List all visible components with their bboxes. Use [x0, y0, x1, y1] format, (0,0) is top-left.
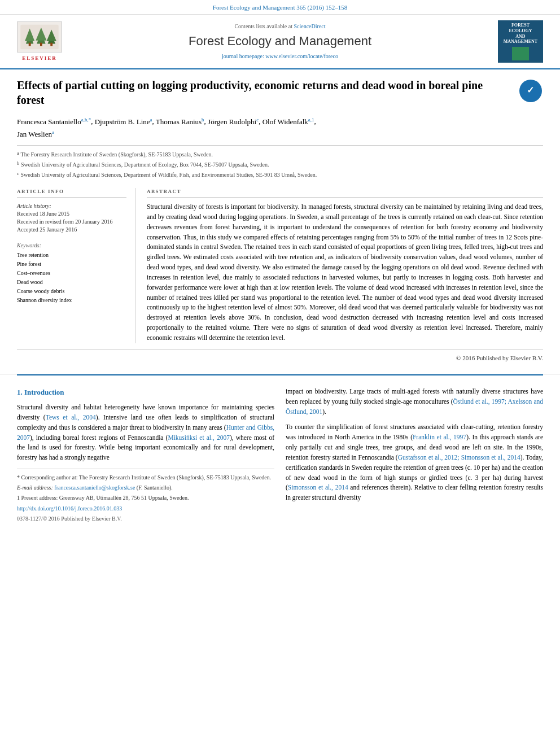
contents-label: Contents lists available at: [234, 23, 292, 29]
article-title-section: Effects of partial cutting on logging pr…: [17, 78, 543, 107]
keywords-label: Keywords:: [17, 242, 126, 250]
affiliation-a: a The Forestry Research Institute of Swe…: [17, 150, 543, 159]
svg-rect-7: [40, 43, 42, 46]
keyword-3: Cost–revenues: [17, 269, 126, 277]
keyword-1: Tree retention: [17, 251, 126, 259]
intro-para-1: Structural diversity and habitat heterog…: [17, 403, 274, 463]
revised-date: Received in revised form 20 January 2016: [17, 218, 126, 226]
logo-tree-image: [512, 47, 529, 61]
email-link[interactable]: francesca.santaniello@skogforsk.se: [54, 484, 135, 491]
crossmark-badge[interactable]: ✓: [518, 78, 543, 103]
logo-title: FORESTECOLOGYANDMANAGEMENT: [504, 23, 537, 44]
affiliation-b: b Swedish University of Agricultural Sci…: [17, 160, 543, 169]
body-two-col: 1. Introduction Structural diversity and…: [17, 387, 543, 523]
cite-ostlund[interactable]: Östlund et al., 1997; Axelsson and Östlu…: [286, 398, 543, 415]
cite-mikusinski[interactable]: Mikusińksi et al., 2007: [168, 434, 229, 441]
author-4: Jörgen Rudolphic: [208, 117, 259, 126]
affil-c-super: c: [17, 171, 19, 180]
svg-rect-10: [50, 43, 53, 46]
intro-para-right-2: To counter the simplification of forest …: [286, 422, 543, 503]
affiliation-c: c Swedish University of Agricultural Sci…: [17, 171, 543, 180]
cite-gustafsson[interactable]: Gustafsson et al., 2012; Simonsson et al…: [398, 454, 520, 461]
author-3: Thomas Raniusb: [156, 117, 204, 126]
author-1: Francesca Santanielloa,b,*: [17, 117, 91, 126]
body-section: 1. Introduction Structural diversity and…: [0, 375, 560, 534]
body-col-right: impact on biodiversity. Large tracts of …: [286, 387, 543, 523]
affil-c-text: Swedish University of Agricultural Scien…: [21, 171, 317, 180]
article-main: Effects of partial cutting on logging pr…: [0, 69, 560, 374]
affiliations-section: a The Forestry Research Institute of Swe…: [17, 145, 543, 180]
cite-franklin[interactable]: Franklin et al., 1997: [413, 434, 466, 440]
journal-header: ELSEVIER Contents lists available at Sci…: [0, 15, 560, 69]
elsevier-wordmark: ELSEVIER: [22, 55, 57, 62]
keywords-section: Keywords: Tree retention Pine forest Cos…: [17, 242, 126, 304]
affil-a-super: a: [17, 150, 19, 159]
abstract-column: ABSTRACT Structural diversity of forests…: [147, 188, 543, 343]
svg-rect-4: [29, 43, 31, 46]
homepage-url[interactable]: www.elsevier.com/locate/foreco: [265, 53, 338, 59]
intro-para-right-1: impact on biodiversity. Large tracts of …: [286, 387, 543, 417]
journal-homepage: journal homepage: www.elsevier.com/locat…: [79, 53, 481, 60]
copyright-line: © 2016 Published by Elsevier B.V.: [17, 349, 543, 362]
accepted-date: Accepted 25 January 2016: [17, 226, 126, 234]
elsevier-logo-section: ELSEVIER: [11, 21, 68, 62]
article-info-header: ARTICLE INFO: [17, 188, 126, 198]
homepage-label: journal homepage:: [222, 53, 264, 59]
affil-b-super: b: [17, 160, 19, 169]
cite-simonsson[interactable]: Simonsson et al., 2014: [288, 484, 348, 491]
doi-link[interactable]: http://dx.doi.org/10.1016/j.foreco.2016.…: [17, 504, 274, 513]
and-conjunction: and: [350, 484, 360, 491]
info-abstract-section: ARTICLE INFO Article history: Received 1…: [17, 188, 543, 343]
keyword-6: Shannon diversity index: [17, 296, 126, 304]
sciencedirect-link[interactable]: ScienceDirect: [294, 23, 325, 29]
history-label: Article history:: [17, 202, 126, 210]
footnote-email: E-mail address: francesca.santaniello@sk…: [17, 484, 274, 492]
elsevier-logo: ELSEVIER: [17, 21, 62, 62]
section-number: 1.: [17, 388, 23, 396]
cite-tews[interactable]: Tews et al., 2004: [46, 414, 96, 421]
journal-title: Forest Ecology and Management: [79, 33, 481, 50]
abstract-text: Structural diversity of forests is impor…: [147, 202, 543, 343]
author-5: Olof Widenfalka,1: [262, 117, 314, 126]
section-title-text: Introduction: [24, 388, 64, 396]
journal-citation-bar: Forest Ecology and Management 365 (2016)…: [0, 0, 560, 15]
authors-list: Francesca Santanielloa,b,*, Djupström B.…: [17, 115, 543, 140]
affil-a-text: The Forestry Research Institute of Swede…: [21, 150, 213, 159]
received-date: Received 18 June 2015: [17, 210, 126, 218]
abstract-header: ABSTRACT: [147, 188, 543, 198]
sciencedirect-text: Contents lists available at ScienceDirec…: [79, 23, 481, 30]
elsevier-tree-image: [17, 21, 62, 53]
journal-citation: Forest Ecology and Management 365 (2016)…: [213, 4, 347, 11]
crossmark-icon: ✓: [519, 80, 542, 102]
article-title-text: Effects of partial cutting on logging pr…: [17, 78, 512, 107]
footnote-present: 1 Present address: Greensway AB, Utimaal…: [17, 494, 274, 502]
keyword-5: Coarse woody debris: [17, 287, 126, 295]
journal-logo-box: FORESTECOLOGYANDMANAGEMENT: [498, 20, 543, 63]
issn-line: 0378-1127/© 2016 Published by Elsevier B…: [17, 514, 274, 523]
affil-b-text: Swedish University of Agricultural Scien…: [21, 160, 269, 169]
article-info-column: ARTICLE INFO Article history: Received 1…: [17, 188, 135, 343]
author-6: Jan Wesliena: [17, 130, 54, 138]
footnotes-section: * Corresponding author at: The Forestry …: [17, 469, 274, 523]
keyword-4: Dead wood: [17, 278, 126, 286]
section-1-title: 1. Introduction: [17, 387, 274, 398]
keyword-2: Pine forest: [17, 260, 126, 268]
footnote-corresponding: * Corresponding author at: The Forestry …: [17, 474, 274, 482]
body-col-left: 1. Introduction Structural diversity and…: [17, 387, 274, 523]
journal-logo-right: FORESTECOLOGYANDMANAGEMENT: [492, 20, 549, 63]
author-2: Djupström B. Linea: [95, 117, 152, 126]
journal-header-center: Contents lists available at ScienceDirec…: [68, 23, 492, 60]
cite-hunter[interactable]: Hunter and Gibbs, 2007: [17, 424, 274, 441]
article-history: Article history: Received 18 June 2015 R…: [17, 202, 126, 234]
